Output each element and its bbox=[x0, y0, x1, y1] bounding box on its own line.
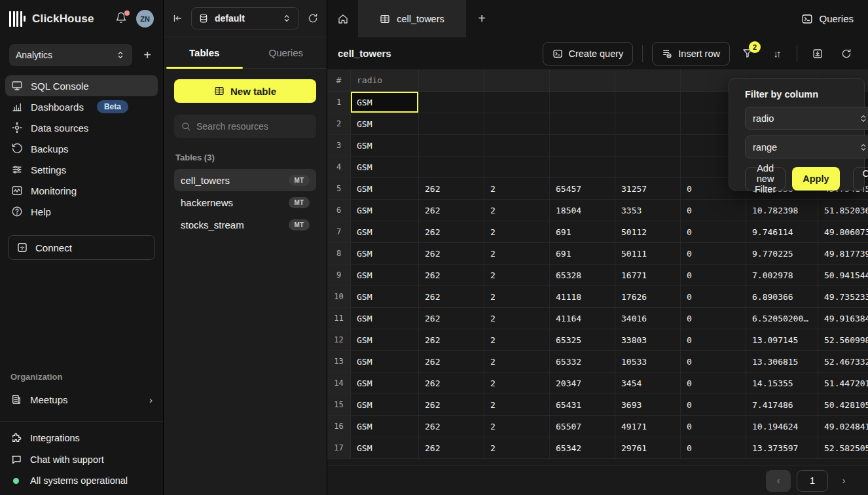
row-number[interactable]: 14 bbox=[327, 373, 351, 394]
grid-cell[interactable]: 262 bbox=[419, 351, 484, 372]
apply-button[interactable]: Apply bbox=[792, 167, 839, 191]
grid-cell[interactable]: 49.916384 bbox=[818, 308, 868, 329]
grid-cell[interactable]: 49.024841 bbox=[818, 416, 868, 437]
grid-cell[interactable] bbox=[615, 92, 681, 113]
grid-cell[interactable]: 3353 bbox=[615, 200, 681, 221]
clear-all-button[interactable]: Clear All bbox=[853, 167, 868, 191]
grid-cell[interactable]: 262 bbox=[419, 394, 484, 415]
grid-cell[interactable]: 49.806073 bbox=[818, 221, 868, 242]
sidebar-item-sql-console[interactable]: SQL Console bbox=[5, 75, 158, 96]
sidebar-item-dashboards[interactable]: Dashboards Beta bbox=[5, 96, 158, 117]
grid-cell[interactable]: 2 bbox=[484, 221, 550, 242]
row-number[interactable]: 8 bbox=[327, 243, 351, 264]
grid-header-cell[interactable] bbox=[484, 69, 550, 91]
grid-cell[interactable]: 691 bbox=[550, 221, 615, 242]
grid-cell[interactable]: 2 bbox=[484, 437, 550, 458]
grid-cell[interactable]: 2 bbox=[484, 243, 550, 264]
grid-cell[interactable]: 10.194624 bbox=[746, 416, 818, 437]
home-button[interactable] bbox=[327, 0, 358, 37]
grid-cell[interactable]: 50112 bbox=[615, 221, 681, 242]
grid-cell[interactable] bbox=[615, 156, 681, 177]
row-number[interactable]: 17 bbox=[327, 437, 351, 458]
grid-cell[interactable]: 41164 bbox=[550, 308, 615, 329]
grid-cell[interactable]: 262 bbox=[419, 308, 484, 329]
workspace-select[interactable]: Analytics bbox=[9, 44, 132, 66]
add-workspace-button[interactable]: + bbox=[141, 47, 154, 63]
grid-cell[interactable]: 13.373597 bbox=[746, 437, 818, 458]
grid-cell[interactable]: 65325 bbox=[550, 329, 615, 350]
grid-cell[interactable] bbox=[484, 135, 550, 156]
grid-cell[interactable] bbox=[419, 92, 484, 113]
grid-cell[interactable]: 0 bbox=[681, 437, 746, 458]
connect-button[interactable]: Connect bbox=[8, 235, 155, 260]
footer-item-chat[interactable]: Chat with support bbox=[10, 454, 153, 466]
row-number[interactable]: 2 bbox=[327, 113, 351, 134]
download-button[interactable] bbox=[806, 42, 829, 65]
filter-button[interactable]: 2 bbox=[736, 42, 759, 65]
row-number[interactable]: 12 bbox=[327, 329, 351, 350]
grid-cell[interactable]: GSM bbox=[351, 200, 419, 221]
grid-cell[interactable] bbox=[550, 92, 615, 113]
grid-cell[interactable]: GSM bbox=[351, 113, 419, 134]
grid-cell[interactable]: 262 bbox=[419, 200, 484, 221]
grid-cell[interactable]: 52.582505 bbox=[818, 437, 868, 458]
row-number[interactable]: 16 bbox=[327, 416, 351, 437]
row-number[interactable]: 3 bbox=[327, 135, 351, 156]
grid-cell[interactable]: GSM bbox=[351, 243, 419, 264]
grid-cell[interactable]: 7.002978 bbox=[746, 265, 818, 285]
sidebar-item-backups[interactable]: Backups bbox=[5, 138, 158, 159]
grid-cell[interactable]: 65457 bbox=[550, 178, 615, 199]
grid-cell[interactable]: GSM bbox=[351, 156, 419, 177]
grid-cell[interactable]: 14.15355 bbox=[746, 373, 818, 394]
grid-cell[interactable]: GSM bbox=[351, 92, 419, 113]
next-page-button[interactable]: › bbox=[834, 470, 854, 492]
grid-cell[interactable]: 10533 bbox=[615, 351, 681, 372]
search-input[interactable] bbox=[196, 121, 315, 132]
grid-cell[interactable]: 262 bbox=[419, 373, 484, 394]
row-number[interactable]: 6 bbox=[327, 200, 351, 221]
grid-cell[interactable]: 33803 bbox=[615, 329, 681, 350]
sidebar-item-help[interactable]: Help bbox=[5, 201, 158, 222]
grid-cell[interactable] bbox=[484, 156, 550, 177]
grid-cell[interactable]: 2 bbox=[484, 373, 550, 394]
tab-tables[interactable]: Tables bbox=[164, 37, 245, 68]
grid-cell[interactable]: 2 bbox=[484, 178, 550, 199]
grid-cell[interactable]: 262 bbox=[419, 243, 484, 264]
grid-cell[interactable]: 17626 bbox=[615, 286, 681, 307]
grid-cell[interactable]: GSM bbox=[351, 221, 419, 242]
grid-cell[interactable]: 51.852036 bbox=[818, 200, 868, 221]
grid-cell[interactable] bbox=[484, 113, 550, 134]
grid-cell[interactable]: 0 bbox=[681, 265, 746, 285]
create-query-button[interactable]: Create query bbox=[543, 42, 634, 65]
grid-cell[interactable]: 2 bbox=[484, 286, 550, 307]
sidebar-item-meetups[interactable]: Meetups › bbox=[0, 388, 163, 411]
grid-cell[interactable]: GSM bbox=[351, 373, 419, 394]
insert-row-button[interactable]: Insert row bbox=[652, 42, 730, 65]
sidebar-item-data-sources[interactable]: Data sources bbox=[5, 117, 158, 138]
grid-cell[interactable]: 6.52050200… bbox=[746, 308, 818, 329]
grid-cell[interactable]: 691 bbox=[550, 243, 615, 264]
grid-cell[interactable]: GSM bbox=[351, 329, 419, 350]
grid-header-cell[interactable]: radio bbox=[351, 69, 419, 91]
grid-cell[interactable]: 0 bbox=[681, 351, 746, 372]
previous-page-button[interactable]: ‹ bbox=[766, 470, 791, 492]
grid-cell[interactable]: 0 bbox=[681, 286, 746, 307]
grid-header-cell[interactable] bbox=[550, 69, 615, 91]
grid-cell[interactable]: 49171 bbox=[615, 416, 681, 437]
grid-cell[interactable]: 50.941544 bbox=[818, 265, 868, 285]
grid-cell[interactable]: GSM bbox=[351, 351, 419, 372]
grid-cell[interactable]: 10.782398 bbox=[746, 200, 818, 221]
grid-cell[interactable] bbox=[419, 113, 484, 134]
grid-cell[interactable]: 0 bbox=[681, 329, 746, 350]
grid-cell[interactable]: 0 bbox=[681, 373, 746, 394]
row-number[interactable]: 11 bbox=[327, 308, 351, 329]
grid-cell[interactable]: 3693 bbox=[615, 394, 681, 415]
grid-cell[interactable]: 49.817739 bbox=[818, 243, 868, 264]
grid-cell[interactable]: 2 bbox=[484, 351, 550, 372]
sidebar-item-settings[interactable]: Settings bbox=[5, 159, 158, 180]
grid-cell[interactable]: 9.746114 bbox=[746, 221, 818, 242]
grid-cell[interactable]: 50.428105 bbox=[818, 394, 868, 415]
add-filter-button[interactable]: Add new Filter bbox=[745, 167, 786, 191]
grid-cell[interactable]: 13.306815 bbox=[746, 351, 818, 372]
grid-header-cell[interactable] bbox=[615, 69, 681, 91]
